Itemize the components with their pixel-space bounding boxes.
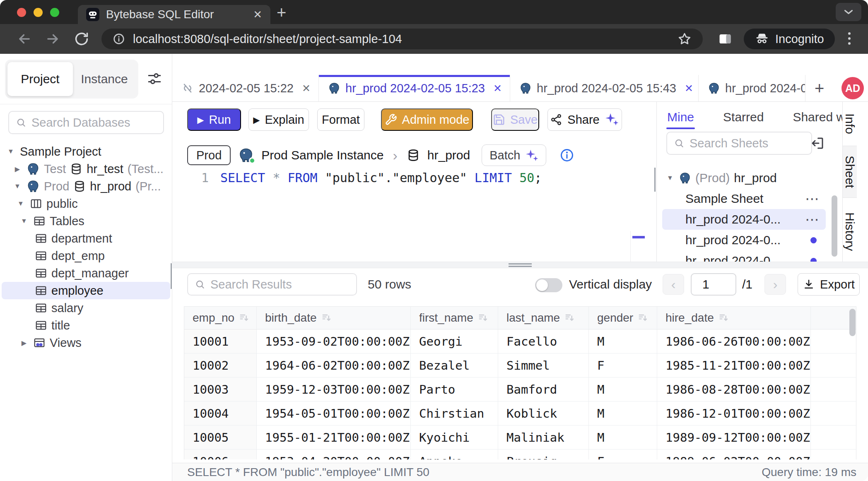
caret-right-icon[interactable]: ▶	[12, 165, 22, 173]
table-cell[interactable]: 10001	[184, 329, 257, 353]
tab-mine[interactable]: Mine	[667, 110, 694, 124]
table-cell[interactable]: 1964-06-02T00:00:00Z	[257, 354, 411, 377]
info-icon[interactable]	[559, 148, 574, 163]
new-sheet-icon[interactable]: +	[815, 80, 824, 96]
rail-tab-sheet[interactable]: Sheet	[843, 146, 857, 198]
table-cell[interactable]: 10006	[184, 450, 257, 459]
more-icon[interactable]: ⋯	[805, 190, 819, 207]
tree-item-table-employee[interactable]: employee	[2, 282, 170, 299]
editor-tab-3[interactable]: hr_prod 2024-02-05 15:43 ✕	[510, 75, 699, 101]
results-divider[interactable]	[172, 262, 868, 268]
table-cell[interactable]: 1953-04-20T00:00:00Z	[257, 450, 411, 459]
back-icon[interactable]	[17, 31, 32, 47]
column-header[interactable]: gender	[589, 307, 657, 329]
table-cell[interactable]: Georgi	[411, 329, 498, 353]
caret-down-icon[interactable]: ▼	[6, 148, 16, 155]
table-cell[interactable]: 1986-06-26T00:00:00Z	[657, 329, 811, 353]
table-cell[interactable]: 1955-01-21T00:00:00Z	[257, 426, 411, 449]
close-window-button[interactable]	[17, 8, 26, 17]
table-cell[interactable]: 1953-09-02T00:00:00Z	[257, 329, 411, 353]
column-header[interactable]: hire_date	[657, 307, 811, 329]
save-button[interactable]: Save	[491, 108, 539, 131]
tree-item-table-salary[interactable]: salary	[0, 299, 172, 317]
sheet-scrollbar[interactable]	[832, 195, 837, 257]
collapse-panel-icon[interactable]	[810, 136, 825, 151]
editor-tab-4[interactable]: hr_prod 2024-0	[699, 75, 805, 101]
window-chevron-button[interactable]	[836, 3, 861, 21]
column-header[interactable]: last_name	[498, 307, 589, 329]
tab-project[interactable]: Project	[7, 62, 73, 96]
table-cell[interactable]: M	[589, 329, 657, 353]
column-header[interactable]: birth_date	[257, 307, 411, 329]
table-cell[interactable]: Bamford	[498, 378, 589, 401]
close-icon[interactable]: ✕	[302, 82, 311, 94]
table-cell[interactable]: M	[589, 426, 657, 449]
search-results-input[interactable]	[210, 278, 350, 291]
tab-starred[interactable]: Starred	[723, 110, 764, 124]
caret-right-icon[interactable]: ▶	[19, 339, 29, 347]
prev-page-button[interactable]: ‹	[663, 274, 684, 295]
results-search[interactable]	[187, 273, 357, 296]
browser-tab[interactable]: Bytebase SQL Editor ✕	[78, 5, 270, 24]
table-cell[interactable]: Chirstian	[411, 402, 498, 425]
browser-menu-icon[interactable]	[848, 32, 851, 45]
run-button[interactable]: ▶ Run	[187, 108, 241, 131]
table-cell[interactable]: Preusig	[498, 450, 589, 459]
table-cell[interactable]: 1959-12-03T00:00:00Z	[257, 378, 411, 401]
rail-tab-history[interactable]: History	[843, 198, 857, 266]
database-search[interactable]	[8, 111, 164, 134]
tree-item-tables-group[interactable]: ▼ Tables	[0, 212, 172, 230]
page-number-input[interactable]	[691, 273, 736, 296]
table-scrollbar[interactable]	[849, 309, 856, 336]
zoom-window-button[interactable]	[50, 8, 59, 17]
side-panel-icon[interactable]	[717, 31, 733, 47]
caret-down-icon[interactable]: ▼	[665, 174, 675, 182]
sql-editor[interactable]: 1 SELECT*FROM"public"."employee"LIMIT50;	[172, 166, 656, 262]
table-cell[interactable]: Maliniak	[498, 426, 589, 449]
export-button[interactable]: Export	[798, 273, 860, 296]
tree-item-schema-public[interactable]: ▼ public	[0, 195, 172, 212]
next-page-button[interactable]: ›	[764, 274, 786, 295]
sheet-item-sample[interactable]: Sample Sheet ⋯	[662, 188, 826, 209]
search-databases-input[interactable]	[31, 116, 157, 130]
table-cell[interactable]: F	[589, 354, 657, 377]
table-cell[interactable]: 1985-11-21T00:00:00Z	[657, 354, 811, 377]
editor-tab-1[interactable]: 2024-02-05 15:22 ✕	[172, 75, 319, 101]
table-cell[interactable]: 1986-12-01T00:00:00Z	[657, 402, 811, 425]
tree-item-hr-test[interactable]: ▶ Test hr_test (Test...	[0, 160, 172, 178]
table-cell[interactable]: Bezalel	[411, 354, 498, 377]
minimize-window-button[interactable]	[34, 8, 43, 17]
table-cell[interactable]: Facello	[498, 329, 589, 353]
sheet-item-unsaved-2[interactable]: hr_prod 2024-0	[662, 250, 826, 262]
tree-item-table-title[interactable]: title	[0, 317, 172, 334]
tree-item-views-group[interactable]: ▶ Views	[0, 334, 172, 351]
format-button[interactable]: Format	[317, 108, 364, 131]
explain-button[interactable]: ▶ Explain	[248, 108, 309, 131]
table-cell[interactable]: Anneke	[411, 450, 498, 459]
vertical-display-toggle[interactable]	[535, 278, 562, 292]
caret-down-icon[interactable]: ▼	[16, 200, 26, 207]
editor-tab-2-active[interactable]: hr_prod 2024-02-05 15:23 ✕	[319, 75, 510, 101]
admin-mode-button[interactable]: Admin mode	[381, 108, 473, 131]
instance-name[interactable]: Prod Sample Instance	[261, 148, 383, 162]
avatar[interactable]: AD	[841, 77, 864, 99]
table-cell[interactable]: 1989-09-12T00:00:00Z	[657, 426, 811, 449]
table-cell[interactable]: M	[589, 378, 657, 401]
sheet-group-hr-prod[interactable]: ▼ (Prod) hr_prod	[662, 168, 826, 188]
table-cell[interactable]: F	[589, 450, 657, 459]
tree-item-table-dept-manager[interactable]: dept_manager	[0, 265, 172, 282]
table-cell[interactable]: Parto	[411, 378, 498, 401]
table-cell[interactable]: 1954-05-01T00:00:00Z	[257, 402, 411, 425]
browser-new-tab-icon[interactable]: +	[277, 3, 286, 22]
bookmark-star-icon[interactable]	[677, 31, 692, 46]
editor-minimap[interactable]	[630, 231, 647, 262]
table-cell[interactable]: 10002	[184, 354, 257, 377]
tree-item-table-department[interactable]: department	[0, 230, 172, 247]
column-header[interactable]: emp_no	[184, 307, 257, 329]
browser-tab-close-icon[interactable]: ✕	[253, 9, 262, 20]
reload-icon[interactable]	[74, 31, 89, 47]
divider-drag-handle[interactable]	[509, 263, 532, 267]
url-bar[interactable]: localhost:8080/sql-editor/sheet/project-…	[101, 29, 703, 49]
close-icon[interactable]: ✕	[685, 82, 693, 94]
table-cell[interactable]: 1986-08-28T00:00:00Z	[657, 378, 811, 401]
